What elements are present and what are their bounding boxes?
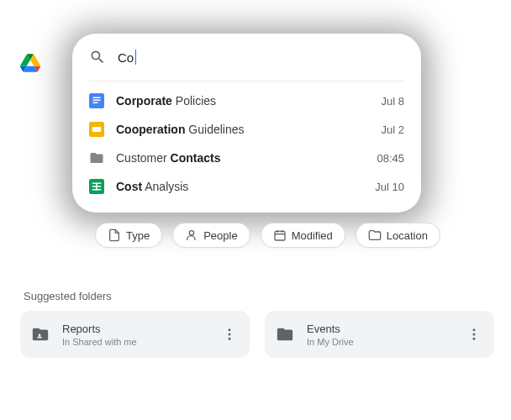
svg-rect-12 <box>275 231 285 240</box>
folder-cards-row: Reports In Shared with me Events In My D… <box>20 311 494 358</box>
folder-subtitle: In My Drive <box>307 337 464 347</box>
suggested-folders-label: Suggested folders <box>24 290 112 302</box>
chip-label: Modified <box>292 229 333 242</box>
more-vert-icon <box>222 327 237 342</box>
svg-point-20 <box>473 333 476 336</box>
search-query: Co <box>118 50 134 65</box>
result-name: Cooperation Guidelines <box>116 123 382 136</box>
svg-rect-10 <box>96 183 97 191</box>
result-item[interactable]: Customer Contacts 08:45 <box>72 144 421 172</box>
text-cursor <box>135 50 136 65</box>
results-list: Corporate Policies Jul 8 Cooperation Gui… <box>72 81 421 213</box>
chip-label: Type <box>126 229 150 242</box>
result-item[interactable]: Cooperation Guidelines Jul 2 <box>72 115 421 144</box>
people-chip[interactable]: People <box>172 223 250 248</box>
folder-card-reports[interactable]: Reports In Shared with me <box>20 311 250 358</box>
result-name: Customer Contacts <box>116 151 377 165</box>
svg-point-16 <box>229 328 231 331</box>
result-item[interactable]: Corporate Policies Jul 8 <box>72 87 421 115</box>
sheets-icon <box>89 179 104 194</box>
search-icon <box>89 49 106 66</box>
folder-subtitle: In Shared with me <box>62 337 219 347</box>
docs-icon <box>89 93 104 108</box>
result-date: Jul 2 <box>382 123 404 136</box>
svg-rect-5 <box>92 127 102 132</box>
svg-point-18 <box>229 338 231 340</box>
more-vert-icon <box>466 327 482 342</box>
calendar-icon <box>273 228 287 242</box>
folder-title: Reports <box>62 323 219 335</box>
filter-chips-row: Type People Modified Location <box>95 223 440 248</box>
location-chip[interactable]: Location <box>356 223 440 248</box>
drive-logo-icon <box>20 54 40 72</box>
result-name: Corporate Policies <box>116 94 382 108</box>
svg-rect-3 <box>93 102 98 104</box>
chip-label: Location <box>387 229 428 242</box>
search-panel: Co Corporate Policies Jul 8 Cooperation … <box>72 34 421 213</box>
svg-rect-2 <box>93 100 101 102</box>
file-icon <box>108 228 121 242</box>
result-date: Jul 8 <box>382 95 404 108</box>
folder-icon <box>89 150 104 165</box>
folder-title: Events <box>307 323 464 335</box>
shared-folder-icon <box>31 325 50 344</box>
result-item[interactable]: Cost Analysis Jul 10 <box>72 172 421 201</box>
type-chip[interactable]: Type <box>95 223 162 248</box>
svg-point-21 <box>473 338 476 340</box>
result-date: Jul 10 <box>375 181 404 193</box>
svg-point-17 <box>229 333 231 336</box>
search-row[interactable]: Co <box>72 34 421 81</box>
folder-card-events[interactable]: Events In My Drive <box>265 311 494 358</box>
folder-outline-icon <box>368 228 382 242</box>
svg-point-19 <box>473 328 476 331</box>
more-options-button[interactable] <box>219 324 240 344</box>
result-name: Cost Analysis <box>116 180 375 193</box>
modified-chip[interactable]: Modified <box>261 223 345 248</box>
result-date: 08:45 <box>377 152 404 165</box>
slides-icon <box>89 122 104 137</box>
more-options-button[interactable] <box>464 324 484 344</box>
person-icon <box>185 228 198 242</box>
folder-icon <box>276 325 294 344</box>
svg-point-11 <box>190 231 194 235</box>
chip-label: People <box>203 229 237 242</box>
svg-rect-1 <box>93 97 101 99</box>
